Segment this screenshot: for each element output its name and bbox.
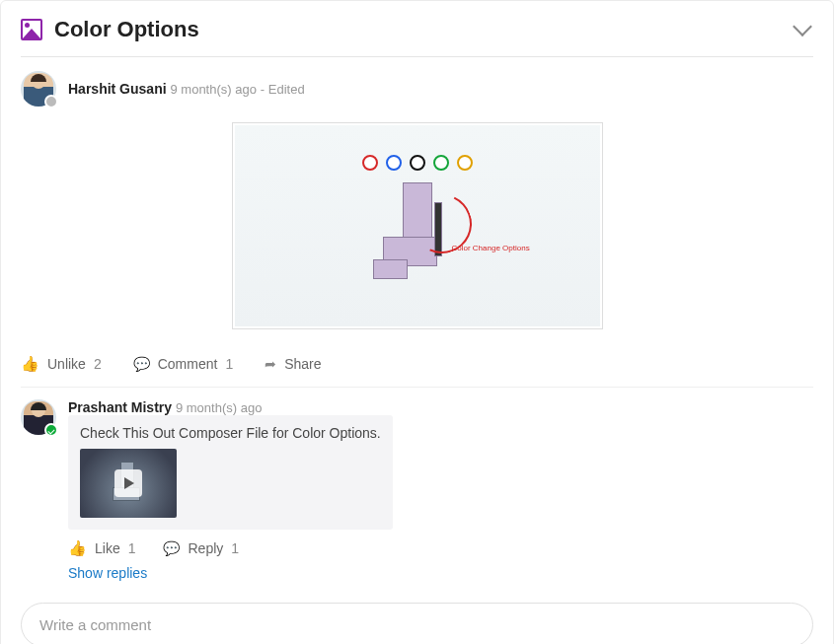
post: Harshit Gusani 9 month(s) ago - Edited bbox=[21, 57, 813, 644]
comment-reply-label: Reply bbox=[188, 540, 223, 556]
post-timestamp: 9 month(s) ago bbox=[170, 82, 256, 97]
author-name[interactable]: Harshit Gusani bbox=[68, 81, 167, 97]
comment-bubble: Check This Out Composer File for Color O… bbox=[68, 415, 393, 530]
post-card: Color Options Harshit Gusani 9 month(s) … bbox=[0, 0, 834, 644]
comment-like-button[interactable]: 👍 Like 1 bbox=[68, 539, 135, 557]
like-count: 2 bbox=[94, 356, 102, 372]
comment-like-count: 1 bbox=[128, 540, 136, 556]
post-head: Harshit Gusani 9 month(s) ago - Edited bbox=[21, 71, 813, 107]
card-header: Color Options bbox=[21, 9, 813, 57]
post-edited-label: - Edited bbox=[261, 82, 305, 97]
thumbs-up-icon: 👍 bbox=[21, 355, 39, 373]
comment: Prashant Mistry 9 month(s) ago Check Thi… bbox=[21, 388, 813, 591]
show-replies-link[interactable]: Show replies bbox=[68, 561, 813, 591]
play-icon bbox=[114, 469, 142, 497]
comment-reply-button[interactable]: 💬 Reply 1 bbox=[163, 539, 239, 557]
unlike-button[interactable]: 👍 Unlike 2 bbox=[21, 355, 102, 373]
comment-button[interactable]: 💬 Comment 1 bbox=[133, 355, 233, 373]
card-header-left: Color Options bbox=[21, 17, 199, 42]
video-thumbnail[interactable] bbox=[80, 449, 177, 518]
post-attachment[interactable]: Color Change Options bbox=[232, 122, 603, 329]
thumbs-up-icon: 👍 bbox=[68, 539, 87, 557]
comment-actions: 👍 Like 1 💬 Reply 1 bbox=[68, 530, 813, 561]
comment-like-label: Like bbox=[95, 540, 120, 556]
speech-bubble-icon: 💬 bbox=[133, 356, 150, 372]
comment-text: Check This Out Composer File for Color O… bbox=[80, 425, 381, 441]
comment-count: 1 bbox=[225, 356, 233, 372]
comment-body: Prashant Mistry 9 month(s) ago Check Thi… bbox=[68, 399, 813, 591]
status-indicator-online bbox=[44, 423, 58, 437]
author-avatar[interactable] bbox=[21, 71, 56, 107]
swatch-yellow bbox=[457, 155, 473, 171]
comment-author-avatar[interactable] bbox=[21, 399, 56, 435]
share-icon: ➦ bbox=[265, 356, 276, 372]
status-indicator-offline bbox=[44, 95, 58, 108]
author-line: Harshit Gusani 9 month(s) ago - Edited bbox=[68, 81, 305, 97]
annotation-text: Color Change Options bbox=[452, 244, 530, 252]
post-action-bar: 👍 Unlike 2 💬 Comment 1 ➦ Share bbox=[21, 345, 813, 388]
comment-label: Comment bbox=[158, 356, 218, 372]
comment-author-line: Prashant Mistry 9 month(s) ago bbox=[68, 399, 813, 415]
share-label: Share bbox=[284, 356, 321, 372]
color-swatches bbox=[362, 155, 473, 171]
swatch-green bbox=[433, 155, 449, 171]
comment-timestamp: 9 month(s) ago bbox=[176, 400, 262, 415]
swatch-red bbox=[362, 155, 378, 171]
chevron-down-icon[interactable] bbox=[793, 17, 812, 36]
attachment-image: Color Change Options bbox=[235, 125, 600, 326]
card-title: Color Options bbox=[54, 17, 199, 42]
unlike-label: Unlike bbox=[47, 356, 86, 372]
share-button[interactable]: ➦ Share bbox=[265, 355, 321, 373]
swatch-black bbox=[410, 155, 425, 171]
swatch-blue bbox=[386, 155, 402, 171]
comment-reply-count: 1 bbox=[231, 540, 239, 556]
comment-input[interactable] bbox=[38, 615, 796, 634]
compose-comment[interactable] bbox=[21, 603, 813, 644]
image-icon bbox=[21, 19, 42, 40]
speech-bubble-icon: 💬 bbox=[163, 540, 180, 556]
comment-author-name[interactable]: Prashant Mistry bbox=[68, 399, 172, 415]
